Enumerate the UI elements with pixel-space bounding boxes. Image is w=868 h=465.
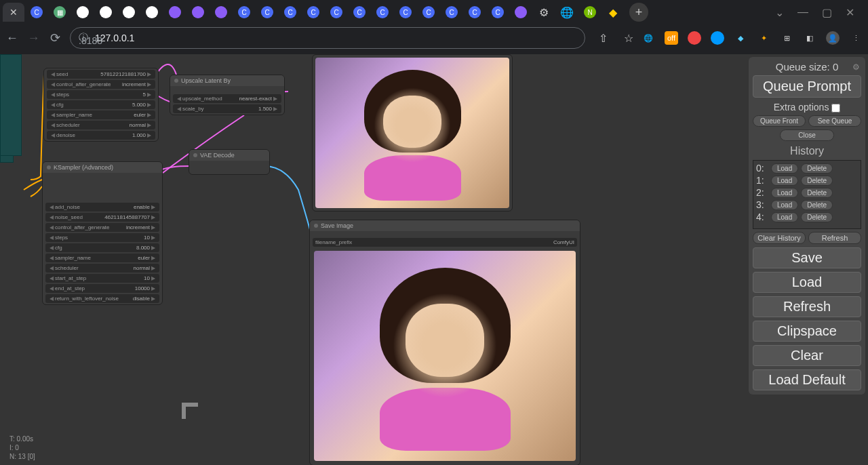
node-widget[interactable]: ◀cfg8.000▶ [45,243,159,252]
tab[interactable]: C [441,3,462,22]
forward-button[interactable]: → [27,31,41,45]
window-close-icon[interactable]: ✕ [846,6,854,19]
node-canvas[interactable]: ◀seed578122121881700▶◀control_after_gene… [0,54,746,465]
ext-icon[interactable]: ◆ [734,31,747,45]
tab[interactable]: C [256,3,278,22]
preview-image-node[interactable] [312,54,513,211]
tab[interactable]: C [464,3,486,22]
history-load-button[interactable]: Load [771,163,798,174]
close-button[interactable]: Close [780,129,834,141]
clip-text-node[interactable] [0,54,22,156]
chevron-down-icon[interactable]: ⌄ [775,6,784,19]
tab[interactable]: C [279,3,301,22]
tab[interactable]: C [487,3,509,22]
profile-icon[interactable]: 👤 [826,31,840,45]
see-queue-button[interactable]: See Queue [808,115,861,127]
node-widget[interactable]: ◀start_at_step10▶ [45,274,159,283]
widget-filename-prefix[interactable]: filename_prefix ComfyUI [313,238,577,247]
node-widget[interactable]: ◀add_noiseenable▶ [45,203,159,211]
maximize-icon[interactable]: ▢ [822,6,832,19]
ext-icon[interactable]: 🌐 [642,31,655,45]
tab[interactable]: C [418,3,439,22]
history-load-button[interactable]: Load [771,212,798,222]
tab[interactable] [210,3,232,22]
history-delete-button[interactable]: Delete [801,163,833,174]
load-button[interactable]: Load [753,272,861,293]
node-widget[interactable]: ◀cfg5.000▶ [47,100,155,109]
node-widget[interactable]: ◀control_after_generateincrement▶ [45,223,159,232]
tab[interactable]: C [349,3,370,22]
clear-history-button[interactable]: Clear History [753,232,806,244]
tab[interactable] [164,3,186,22]
tab[interactable]: C [372,3,393,22]
menu-icon[interactable]: ⋮ [849,31,863,45]
url-input[interactable]: ⓘ 127.0.0.1:8188 [70,27,585,49]
ext-icon[interactable] [711,31,724,45]
extra-options-checkbox[interactable] [831,104,840,113]
tab[interactable]: ◆ [602,3,624,22]
extensions-icon[interactable]: ⊞ [780,31,793,45]
upscale-latent-node[interactable]: Upscale Latent By ◀upscale_methodnearest… [170,75,285,115]
share-icon[interactable]: ⇧ [599,32,608,45]
tab[interactable]: 🌐 [556,3,578,22]
tab[interactable] [95,3,117,22]
ksampler-advanced-node[interactable]: KSampler (Advanced) ◀add_noiseenable▶◀no… [42,161,163,305]
tab[interactable]: N [579,3,601,22]
tab[interactable]: C [233,3,255,22]
history-delete-button[interactable]: Delete [801,188,833,198]
refresh-history-button[interactable]: Refresh [808,232,861,244]
tab[interactable]: ⚙ [533,3,555,22]
tab[interactable] [141,3,163,22]
node-widget[interactable]: ◀seed578122121881700▶ [47,70,155,79]
clipspace-button[interactable]: Clipspace [753,321,861,342]
minimize-icon[interactable]: — [797,6,808,19]
node-widget[interactable]: ◀denoise1.000▶ [47,131,155,140]
node-widget[interactable]: ◀steps10▶ [45,233,159,242]
close-icon[interactable]: ✕ [9,7,18,18]
ext-icon[interactable]: ✦ [757,31,770,45]
node-widget[interactable]: ◀upscale_methodnearest-exact▶ [173,94,281,103]
history-delete-button[interactable]: Delete [801,176,833,186]
node-widget[interactable]: ◀noise_seed462118145887707▶ [45,213,159,222]
history-delete-button[interactable]: Delete [801,212,833,222]
tab[interactable]: C [395,3,416,22]
ksampler-node[interactable]: ◀seed578122121881700▶◀control_after_gene… [43,68,159,142]
node-widget[interactable]: ◀sampler_nameeuler▶ [47,110,155,119]
node-widget[interactable]: ◀end_at_step10000▶ [45,284,159,293]
back-button[interactable]: ← [5,31,19,45]
new-tab-button[interactable]: + [629,3,648,22]
bookmark-icon[interactable]: ☆ [624,32,633,45]
load-default-button[interactable]: Load Default [753,369,861,390]
vae-decode-node[interactable]: VAE Decode [189,149,270,175]
tab[interactable]: C [326,3,347,22]
node-widget[interactable]: ◀control_after_generateincrement▶ [47,80,155,89]
tab[interactable]: ▦ [49,3,71,22]
history-list[interactable]: 0:LoadDelete1:LoadDelete2:LoadDelete3:Lo… [753,160,861,229]
history-load-button[interactable]: Load [771,176,798,186]
history-load-button[interactable]: Load [771,188,798,198]
reload-button[interactable]: ⟳ [48,31,62,45]
node-widget[interactable]: ◀schedulernormal▶ [47,121,155,129]
tab[interactable]: C [26,3,47,22]
node-widget[interactable]: ◀schedulernormal▶ [45,264,159,272]
sidepanel-icon[interactable]: ◧ [803,31,816,45]
queue-front-button[interactable]: Queue Front [753,115,806,127]
node-widget[interactable]: ◀scale_by1.500▶ [173,104,281,113]
node-widget[interactable]: ◀steps5▶ [47,90,155,99]
ext-icon[interactable] [688,31,701,45]
ext-icon[interactable]: off [665,31,678,45]
history-delete-button[interactable]: Delete [801,200,833,210]
tab[interactable] [72,3,94,22]
tab[interactable]: C [302,3,324,22]
tab[interactable] [510,3,532,22]
gear-icon[interactable]: ⚙ [852,62,860,72]
queue-prompt-button[interactable]: Queue Prompt [753,75,861,98]
tab-active[interactable]: ✕ [3,3,24,22]
tab[interactable] [118,3,140,22]
clear-button[interactable]: Clear [753,345,861,366]
history-load-button[interactable]: Load [771,200,798,210]
node-widget[interactable]: ◀return_with_leftover_noisedisable▶ [45,294,159,303]
save-button[interactable]: Save [753,247,861,268]
refresh-button[interactable]: Refresh [753,296,861,317]
save-image-node[interactable]: Save Image filename_prefix ComfyUI [309,220,580,465]
